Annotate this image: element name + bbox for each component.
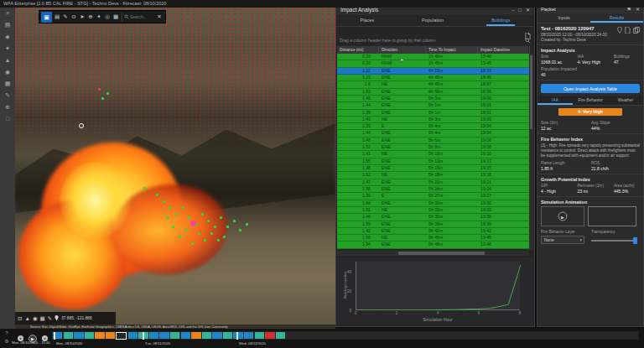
table-row[interactable]: 1.38ENE5h 15m19:15	[337, 165, 530, 172]
map-tool-icon[interactable]: ▤	[53, 13, 61, 20]
open-impact-analysis-table-button[interactable]: Open Impact Analysis Table	[541, 84, 640, 93]
map-tool-icon[interactable]: ➤	[78, 13, 86, 20]
rail-tool-icon[interactable]: ✎	[5, 91, 10, 99]
transparency-slider[interactable]	[591, 240, 636, 242]
table-row[interactable]: 1.51NE5h 33m19:33	[337, 207, 530, 214]
rail-tool-icon[interactable]: ◉	[5, 68, 10, 75]
timeline-segment[interactable]	[74, 332, 83, 339]
subtab-iaa[interactable]: IAA	[538, 96, 573, 105]
timeline-segment[interactable]	[95, 332, 104, 339]
north-arrow-icon[interactable]: ▲	[24, 315, 29, 321]
rail-tool-icon[interactable]: ◈	[5, 33, 9, 40]
table-row[interactable]: 1.33E5h 4m19:04	[337, 123, 530, 130]
group-by-hint-row[interactable]: Drag a column header here to group by th…	[336, 36, 534, 45]
layers-tool-button[interactable]: ▣	[41, 12, 52, 23]
play-animation-icon[interactable]: ▶	[558, 211, 568, 221]
tab-buildings[interactable]: Buildings	[486, 15, 515, 26]
table-row[interactable]: 1.54ENE5h 48m19:48	[337, 242, 530, 248]
timeline-segment[interactable]	[159, 332, 169, 339]
tab-inputs[interactable]: Inputs	[538, 13, 590, 23]
table-row[interactable]: 1.47ENE5h 21m19:21	[337, 179, 530, 186]
column-header[interactable]: Distance (mi)	[337, 46, 379, 54]
table-row[interactable]: 1.22ENE4h 15m18:19	[337, 68, 530, 75]
locate-run-icon[interactable]	[617, 27, 622, 34]
table-row[interactable]: 1.36E5h 27m19:27	[337, 193, 530, 200]
timeline-segment[interactable]	[255, 332, 264, 339]
draw-icon[interactable]: ✎	[48, 315, 52, 322]
horizontal-scrollbar[interactable]	[337, 251, 528, 256]
table-row[interactable]: 1.42ENE5h 42m19:42	[337, 228, 530, 235]
table-row[interactable]: 0.33NNW1h 40m15:40	[337, 54, 530, 60]
copy-run-icon[interactable]	[633, 27, 640, 34]
basemap-grid-icon[interactable]: ▦	[40, 315, 45, 322]
timeline-track[interactable]	[52, 331, 639, 340]
clear-search-icon[interactable]: ✕	[155, 13, 164, 20]
column-header[interactable]: Time To Impact	[426, 46, 478, 54]
visibility-icon[interactable]: ◉	[33, 315, 38, 322]
rail-tool-icon[interactable]: ⊕	[5, 103, 10, 111]
timeline-segment[interactable]	[244, 332, 253, 339]
rail-tool-icon[interactable]: ▲	[5, 56, 11, 64]
timeline-segment[interactable]	[265, 332, 274, 339]
report-file-icon[interactable]	[625, 27, 631, 34]
table-row[interactable]: 1.62NE5h 18m19:18	[337, 172, 530, 179]
table-row[interactable]: 1.43NE5h 3m19:03	[337, 117, 530, 123]
map-tool-icon[interactable]: ✎	[61, 13, 70, 20]
fire-behavior-layer-select[interactable]: None ▾	[541, 236, 584, 244]
tab-results[interactable]: Results	[590, 13, 643, 23]
map-viewport[interactable]: ▣ ▤✎⊙➤⊕✦◎▦ ✕ ⊡ ▲ ◉ ▦ ✎ 37.885, -121.888 …	[15, 8, 335, 329]
map-tool-icon[interactable]: ✦	[95, 13, 103, 20]
timeline-segment[interactable]	[170, 332, 179, 339]
rail-tool-icon[interactable]: ▦	[5, 80, 11, 87]
map-tool-icon[interactable]: ⊙	[70, 13, 78, 20]
rail-tool-icon[interactable]: □	[6, 115, 9, 122]
map-tool-icon[interactable]: ◎	[103, 13, 112, 20]
table-row[interactable]: 1.58ENE5h 24m19:24	[337, 186, 530, 193]
timeline-segment[interactable]	[233, 332, 242, 339]
rail-tool-icon[interactable]: ✦	[5, 44, 10, 52]
vertical-scrollbar[interactable]	[529, 54, 533, 249]
timeline-segment[interactable]	[181, 332, 190, 339]
timeline-segment[interactable]	[191, 332, 200, 339]
tab-places[interactable]: Places	[356, 15, 380, 26]
map-tool-icon[interactable]: ▦	[112, 13, 120, 20]
rail-tool-icon[interactable]: ▤	[5, 21, 11, 29]
timeline-segment[interactable]	[64, 332, 73, 339]
timeline-segment[interactable]	[202, 332, 211, 339]
map-tool-icon[interactable]: ⊕	[86, 13, 95, 20]
gear-icon[interactable]: ⚙	[4, 338, 8, 345]
timeline-segment[interactable]	[212, 332, 221, 339]
table-row[interactable]: 1.46ENE5h 36m19:36	[337, 214, 530, 221]
table-row[interactable]: 1.41NE5h 10m19:10	[337, 151, 530, 158]
subtab-weather[interactable]: Weather	[608, 96, 643, 105]
animation-preview-box[interactable]: ▶	[541, 206, 584, 226]
timeline-segment[interactable]	[128, 332, 138, 339]
table-row[interactable]: 1.53ENE4h 56m18:56	[337, 89, 530, 96]
help-icon[interactable]: ?	[5, 330, 8, 336]
table-row[interactable]: 1.59ENE5h 39m19:39	[337, 221, 530, 228]
table-row[interactable]: 0.33NNW1h 45m15:45	[337, 60, 530, 67]
timeline-segment[interactable]	[149, 332, 158, 339]
timeline-current-marker[interactable]	[116, 332, 127, 340]
table-row[interactable]: 1.44ENE5h 1m19:01	[337, 102, 530, 109]
table-row[interactable]: 1.39ENE5h 1m19:01	[337, 110, 530, 117]
timeline-segment[interactable]	[106, 332, 115, 339]
table-row[interactable]: 1.66NE5h 45m19:45	[337, 235, 530, 242]
table-row[interactable]: 1.23ENE4h 45m18:45	[337, 75, 530, 81]
table-row[interactable]: 1.52ENE5h 8m19:08	[337, 144, 530, 151]
subtab-fire-behavior[interactable]: Fire Behavior	[573, 96, 608, 105]
timeline-segment[interactable]	[223, 332, 232, 339]
column-header[interactable]: Impact Datetime	[478, 46, 530, 54]
timeline-segment[interactable]	[276, 332, 285, 339]
table-row[interactable]: 1.64ENE5h 30m19:30	[337, 200, 530, 207]
table-row[interactable]: 1.6NE4h 45m18:47	[337, 81, 530, 88]
slider-thumb[interactable]	[633, 237, 637, 244]
timeline-segment[interactable]	[85, 332, 94, 339]
export-file-icon[interactable]	[525, 33, 531, 39]
search-input[interactable]	[130, 14, 154, 19]
table-row[interactable]: 1.45ENE5h 0m19:00	[337, 96, 530, 102]
table-row[interactable]: 1.55ENE5h 13m19:13	[337, 158, 530, 165]
menu-icon[interactable]: ≡	[6, 9, 9, 17]
table-row[interactable]: 1.48ENE5h 6m19:06	[337, 138, 530, 144]
column-header[interactable]: Direction	[379, 46, 426, 54]
